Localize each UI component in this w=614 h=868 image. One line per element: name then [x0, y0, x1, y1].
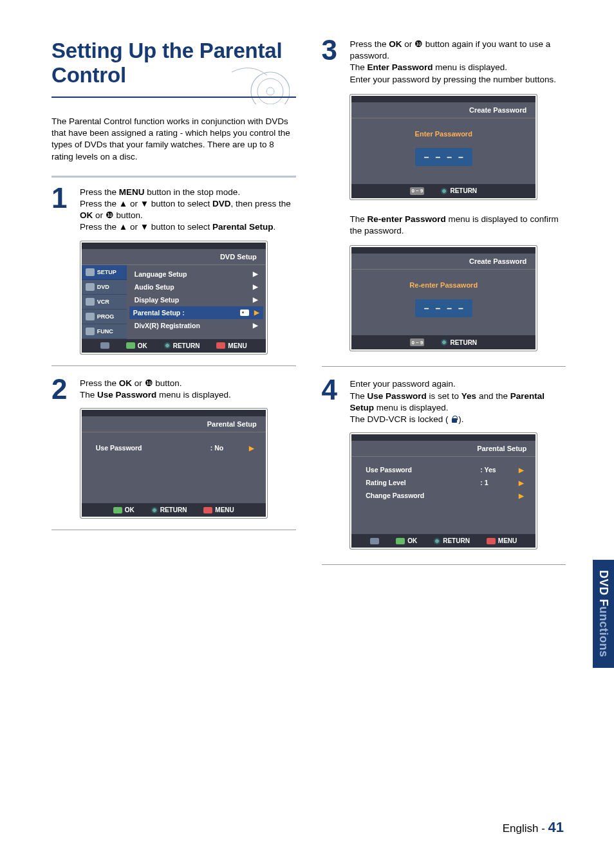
- password-field[interactable]: – – – –: [415, 299, 472, 317]
- osd-title: DVD Setup: [82, 249, 266, 265]
- password-prompt: Enter Passaword: [351, 130, 535, 138]
- osd-title: Parental Setup: [82, 416, 266, 432]
- list-row-rating-level[interactable]: Rating Level: 1▶: [351, 476, 535, 489]
- setup-row[interactable]: Display Setup▶: [133, 293, 259, 306]
- osd-footer: 0 ~ 9 RETURN: [351, 335, 535, 349]
- step-2: 2 Press the OK or ❿ button. The Use Pass…: [51, 378, 296, 401]
- triangle-right-icon: ▶: [519, 492, 524, 499]
- setup-row[interactable]: DivX(R) Registration▶: [133, 319, 259, 332]
- triangle-right-icon: ▶: [519, 466, 524, 474]
- step-body: Press the MENU button in the stop mode. …: [80, 187, 296, 234]
- osd-title: Create Password: [351, 254, 535, 270]
- side-tab-section: DVD Functions: [593, 560, 614, 668]
- setup-row-parental[interactable]: Parental Setup :▶: [129, 306, 263, 319]
- nav-icon: [100, 342, 109, 349]
- osd-parental-yes: Parental Setup Use Password: Yes▶ Rating…: [350, 433, 537, 549]
- page-footer: English - 41: [503, 819, 564, 836]
- osd-create-password: Create Password Enter Passaword – – – – …: [350, 95, 537, 199]
- setup-row[interactable]: Audio Setup▶: [133, 281, 259, 293]
- svg-point-2: [266, 88, 274, 95]
- ok-icon: [113, 507, 122, 513]
- ok-icon: [126, 342, 135, 349]
- osd-title: Create Password: [351, 102, 535, 118]
- step-body: Press the OK or ❿ button again if you wa…: [350, 39, 566, 86]
- osd-reenter-password: Create Password Re-enter Passaword – – –…: [350, 246, 537, 351]
- step-body: Enter your password again. The Use Passw…: [350, 378, 566, 425]
- key-icon: [240, 309, 249, 316]
- password-field[interactable]: – – – –: [415, 148, 472, 166]
- osd-title: Parental Setup: [351, 441, 535, 457]
- osd-parental-no: Parental Setup Use Password : No ▶ OK RE…: [80, 409, 267, 518]
- osd-side-tabs: SETUP DVD VCR PROG FUNC: [82, 265, 127, 339]
- osd-footer: 0 ~ 9 RETURN: [351, 184, 535, 198]
- step-number: 2: [51, 378, 71, 401]
- triangle-right-icon: ▶: [253, 270, 258, 277]
- triangle-right-icon: ▶: [253, 283, 258, 290]
- osd-dvd-setup: DVD Setup SETUP DVD VCR PROG FUNC Langua…: [80, 241, 267, 354]
- svg-point-1: [257, 78, 283, 104]
- lock-icon: [451, 416, 458, 423]
- list-row-change-password[interactable]: Change Password▶: [351, 489, 535, 502]
- triangle-right-icon: ▶: [249, 445, 254, 452]
- osd-footer: OK RETURN MENU: [82, 503, 266, 517]
- return-icon: [434, 538, 440, 544]
- step-body: Press the OK or ❿ button. The Use Passwo…: [80, 378, 296, 401]
- osd-footer: OK RETURN MENU: [351, 534, 535, 548]
- tab-func[interactable]: FUNC: [82, 324, 127, 339]
- triangle-right-icon: ▶: [254, 309, 259, 316]
- step-number: 1: [51, 187, 71, 234]
- step3-after: The Re-enter Password menu is displayed …: [350, 214, 566, 237]
- numkey-icon: 0 ~ 9: [410, 187, 424, 195]
- list-row-use-password[interactable]: Use Password : No ▶: [82, 441, 266, 454]
- tab-vcr[interactable]: VCR: [82, 295, 127, 309]
- step-4: 4 Enter your password again. The Use Pas…: [322, 378, 566, 425]
- tab-dvd[interactable]: DVD: [82, 280, 127, 295]
- numkey-icon: 0 ~ 9: [410, 338, 424, 346]
- grid-icon: [86, 328, 95, 335]
- step-1: 1 Press the MENU button in the stop mode…: [51, 187, 296, 234]
- triangle-right-icon: ▶: [519, 479, 524, 486]
- triangle-right-icon: ▶: [253, 322, 258, 329]
- page-title-block: Setting Up the Parental Control: [51, 39, 296, 98]
- setup-row[interactable]: Language Setup▶: [133, 268, 259, 281]
- ok-icon: [396, 538, 405, 544]
- page-number: 41: [548, 819, 564, 835]
- step-3: 3 Press the OK or ❿ button again if you …: [322, 39, 566, 86]
- disc-icon: [86, 283, 95, 291]
- intro-paragraph: The Parental Control function works in c…: [51, 116, 296, 163]
- rule: [322, 564, 566, 565]
- gear-icon: [86, 268, 95, 276]
- osd-setup-list: Language Setup▶ Audio Setup▶ Display Set…: [127, 265, 266, 339]
- tab-setup[interactable]: SETUP: [82, 265, 127, 280]
- password-prompt: Re-enter Passaword: [351, 281, 535, 289]
- section-divider: [51, 176, 296, 178]
- disc-decoration-icon: [225, 59, 290, 104]
- return-icon: [164, 342, 171, 349]
- menu-icon: [203, 507, 212, 513]
- clock-icon: [86, 313, 95, 320]
- return-icon: [441, 339, 447, 346]
- triangle-right-icon: ▶: [253, 296, 258, 303]
- return-icon: [151, 507, 158, 513]
- osd-footer: OK RETURN MENU: [82, 339, 266, 353]
- step-number: 3: [322, 39, 341, 86]
- tape-icon: [86, 298, 95, 306]
- tab-prog[interactable]: PROG: [82, 309, 127, 324]
- menu-icon: [487, 538, 496, 544]
- svg-point-0: [251, 72, 290, 104]
- rule: [51, 365, 296, 366]
- list-row-use-password[interactable]: Use Password: Yes▶: [351, 463, 535, 476]
- rule: [322, 366, 566, 367]
- step-number: 4: [322, 378, 341, 425]
- rule: [51, 530, 296, 530]
- menu-icon: [216, 342, 225, 349]
- return-icon: [441, 188, 447, 194]
- nav-icon: [370, 538, 379, 544]
